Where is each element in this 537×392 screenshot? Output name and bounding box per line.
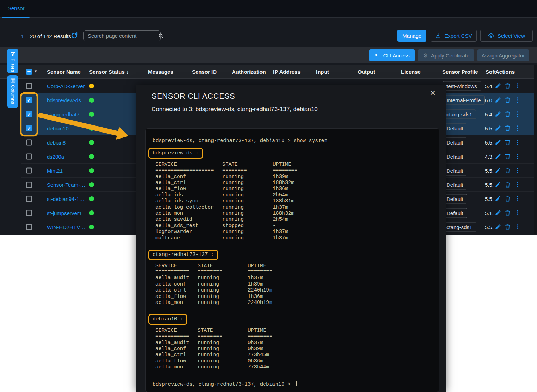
kebab-menu-icon[interactable]: ⋮	[514, 181, 521, 188]
row-checkbox[interactable]: ✓	[26, 125, 32, 131]
kebab-menu-icon[interactable]: ⋮	[514, 97, 521, 104]
delete-trash-icon[interactable]	[504, 139, 511, 146]
delete-trash-icon[interactable]	[504, 209, 511, 216]
column-header-input[interactable]: Input	[316, 69, 329, 75]
sensor-profile-chip[interactable]: Default	[443, 194, 467, 203]
row-checkbox[interactable]	[26, 210, 32, 216]
status-dot-green	[89, 196, 94, 201]
edit-pencil-icon[interactable]	[495, 167, 502, 174]
row-checkbox[interactable]: ✓	[26, 97, 32, 103]
delete-trash-icon[interactable]	[504, 195, 511, 202]
sensor-profile-chip[interactable]: Default	[443, 137, 467, 147]
delete-trash-icon[interactable]	[504, 167, 511, 174]
scrollbar-track[interactable]	[534, 65, 537, 234]
sensor-name-link[interactable]: ctang-redhat7…	[47, 111, 85, 117]
close-icon[interactable]: ✕	[430, 89, 436, 97]
row-checkbox[interactable]	[26, 83, 32, 89]
edit-pencil-icon[interactable]	[495, 209, 502, 216]
apply-certificate-button[interactable]: ⚙ Apply Certificate	[418, 49, 474, 61]
row-checkbox[interactable]: ✓	[26, 111, 32, 117]
column-header-sensor-profile[interactable]: Sensor Profile	[442, 69, 478, 75]
refresh-icon[interactable]	[70, 32, 78, 39]
sensor-name-link[interactable]: st-debian94-1…	[47, 196, 85, 202]
kebab-menu-icon[interactable]: ⋮	[514, 209, 521, 216]
column-header-messages[interactable]: Messages	[148, 69, 173, 75]
row-checkbox[interactable]	[26, 139, 32, 145]
edit-pencil-icon[interactable]	[495, 153, 502, 160]
delete-trash-icon[interactable]	[504, 97, 511, 104]
sensor-profile-chip[interactable]: Internal-Profile	[443, 95, 485, 105]
assign-aggregator-button[interactable]: Assign Aggregator	[477, 49, 529, 61]
column-header-sensor-name[interactable]: Sensor Name	[47, 69, 81, 75]
column-header-actions[interactable]: Actions	[495, 69, 515, 75]
row-checkbox[interactable]	[26, 167, 32, 173]
kebab-menu-icon[interactable]: ⋮	[514, 82, 521, 90]
edit-pencil-icon[interactable]	[495, 139, 502, 146]
caret-down-icon[interactable]: ▾	[35, 68, 37, 74]
column-header-authorization[interactable]: Authorization	[232, 69, 266, 75]
sensor-name-link[interactable]: debian10	[47, 125, 69, 131]
export-csv-label: Export CSV	[444, 33, 472, 39]
search-icon[interactable]	[158, 33, 164, 39]
sensor-profile-chip[interactable]: test-windows	[443, 81, 481, 91]
sensor-profile-chip[interactable]: Default	[443, 123, 467, 133]
edit-pencil-icon[interactable]	[495, 223, 502, 231]
column-header-ip-address[interactable]: IP Address	[273, 69, 301, 75]
cli-terminal[interactable]: bdspreview-ds, ctang-redhat73-137, debia…	[145, 128, 439, 392]
cli-access-button[interactable]: >_ CLI Access	[369, 49, 415, 61]
delete-trash-icon[interactable]	[504, 181, 511, 188]
sensor-name-link[interactable]: debian8	[47, 139, 66, 145]
row-checkbox[interactable]	[26, 182, 32, 188]
delete-trash-icon[interactable]	[504, 82, 511, 90]
export-csv-button[interactable]: Export CSV	[431, 30, 477, 42]
delete-trash-icon[interactable]	[504, 111, 511, 118]
edit-pencil-icon[interactable]	[495, 125, 502, 132]
row-checkbox[interactable]	[26, 196, 32, 202]
select-all-checkbox[interactable]	[26, 69, 32, 75]
kebab-menu-icon[interactable]: ⋮	[514, 125, 521, 132]
edit-pencil-icon[interactable]	[495, 181, 502, 188]
column-header-output[interactable]: Output	[358, 69, 375, 75]
sensor-profile-chip[interactable]: Default	[443, 166, 467, 175]
kebab-menu-icon[interactable]: ⋮	[514, 153, 521, 160]
delete-trash-icon[interactable]	[504, 125, 511, 132]
sensor-name-link[interactable]: Corp-AD-Server	[47, 83, 85, 89]
sensor-profile-chip[interactable]: Default	[443, 180, 467, 189]
edit-pencil-icon[interactable]	[495, 195, 502, 202]
row-checkbox[interactable]	[26, 153, 32, 159]
column-header-license[interactable]: License	[401, 69, 421, 75]
sensor-name-link[interactable]: Mint21	[47, 167, 63, 173]
filters-side-tab[interactable]: Filters	[7, 49, 18, 73]
sensor-name-link[interactable]: st-jumpserver1	[47, 210, 82, 216]
search-input[interactable]	[88, 33, 158, 39]
kebab-menu-icon[interactable]: ⋮	[514, 111, 521, 118]
edit-pencil-icon[interactable]	[495, 97, 502, 104]
delete-trash-icon[interactable]	[504, 153, 511, 160]
column-header-sensor-id[interactable]: Sensor ID	[192, 69, 217, 75]
kebab-menu-icon[interactable]: ⋮	[514, 167, 521, 174]
kebab-menu-icon[interactable]: ⋮	[514, 139, 521, 146]
delete-trash-icon[interactable]	[504, 223, 511, 231]
software-version: 5.5.	[485, 224, 494, 230]
tab-sensor[interactable]: Sensor	[8, 5, 25, 11]
terminal-prompt-line[interactable]: bdspreview-ds, ctang-redhat73-137, debia…	[153, 381, 434, 387]
manage-button[interactable]: Manage	[397, 30, 426, 42]
edit-pencil-icon[interactable]	[495, 111, 502, 118]
row-checkbox[interactable]	[26, 224, 32, 230]
select-view-button[interactable]: Select View	[480, 30, 533, 42]
download-icon	[435, 33, 441, 39]
sensor-name-link[interactable]: WIN-HD2HTV…	[47, 224, 85, 230]
sensor-profile-chip[interactable]: ctang-sds1	[443, 109, 476, 119]
columns-side-tab[interactable]: Columns	[7, 75, 18, 108]
edit-pencil-icon[interactable]	[495, 82, 502, 90]
sensor-profile-chip[interactable]: ctang-sds1	[443, 222, 476, 232]
column-header-sensor-status[interactable]: Sensor Status ↓	[89, 69, 129, 75]
kebab-menu-icon[interactable]: ⋮	[514, 195, 521, 202]
column-header-soft[interactable]: Soft	[486, 69, 496, 75]
sensor-profile-chip[interactable]: Default	[443, 152, 467, 161]
sensor-name-link[interactable]: bdspreview-ds	[47, 97, 81, 103]
kebab-menu-icon[interactable]: ⋮	[514, 223, 521, 231]
sensor-name-link[interactable]: ds200a	[47, 153, 64, 159]
sensor-profile-chip[interactable]: Default	[443, 208, 467, 218]
sensor-name-link[interactable]: Sensor-Team-…	[47, 182, 85, 188]
